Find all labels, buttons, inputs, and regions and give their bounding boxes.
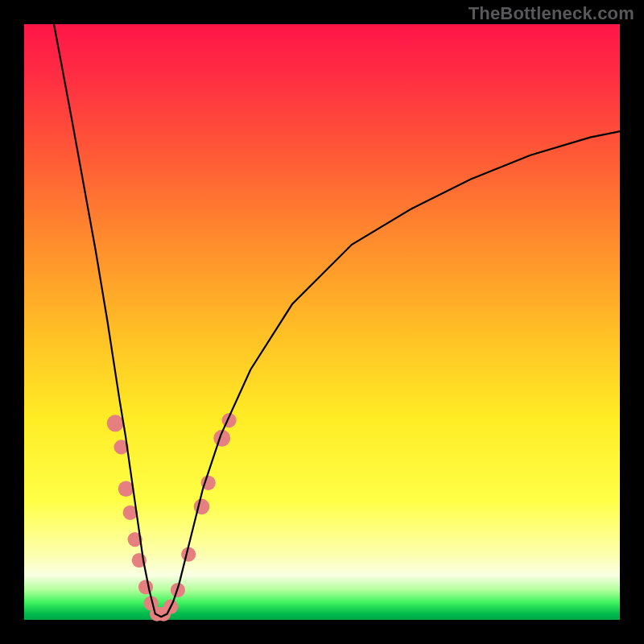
watermark-text: TheBottleneck.com (469, 3, 634, 24)
data-point-blob (107, 415, 124, 431)
curve-overlay (24, 24, 620, 620)
chart-frame: TheBottleneck.com (0, 0, 644, 644)
data-point-blob (138, 580, 153, 594)
bottleneck-curve (54, 24, 620, 617)
